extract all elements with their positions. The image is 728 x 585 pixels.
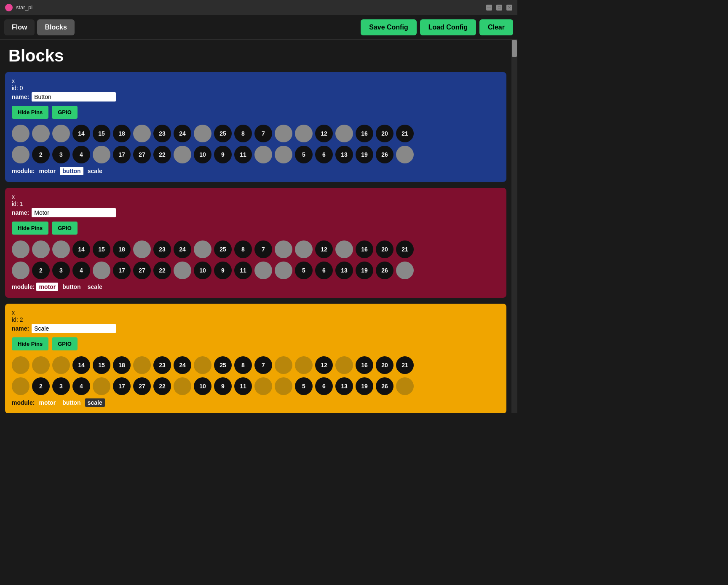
gpio-button-2[interactable]: GPIO — [52, 337, 78, 350]
maximize-button[interactable]: □ — [496, 5, 502, 11]
gpio-button-0[interactable]: GPIO — [52, 106, 78, 119]
pin[interactable] — [335, 125, 353, 142]
pin[interactable]: 20 — [376, 240, 393, 258]
pin[interactable]: 23 — [153, 240, 171, 258]
pin[interactable]: 3 — [52, 377, 70, 395]
pin[interactable]: 14 — [72, 356, 90, 374]
pin[interactable]: 26 — [376, 262, 393, 279]
pin[interactable]: 27 — [133, 262, 151, 279]
pin[interactable]: 4 — [72, 146, 90, 163]
pin[interactable]: 13 — [335, 146, 353, 163]
pin[interactable]: 27 — [133, 146, 151, 163]
pin[interactable] — [93, 377, 110, 395]
pin[interactable] — [133, 125, 151, 142]
module-tag-1[interactable]: button — [60, 283, 83, 291]
pin[interactable]: 10 — [194, 262, 211, 279]
pin[interactable]: 7 — [254, 356, 272, 374]
pin[interactable]: 25 — [214, 240, 232, 258]
pin[interactable] — [12, 125, 29, 142]
pin[interactable]: 20 — [376, 356, 393, 374]
module-tag-0[interactable]: motor — [36, 283, 58, 291]
pin[interactable]: 24 — [174, 356, 191, 374]
block-name-input-2[interactable] — [32, 324, 116, 333]
pin[interactable]: 2 — [32, 377, 50, 395]
pin[interactable]: 23 — [153, 125, 171, 142]
pin[interactable]: 20 — [376, 125, 393, 142]
pin[interactable] — [275, 356, 292, 374]
pin[interactable]: 16 — [356, 356, 373, 374]
pin[interactable] — [254, 262, 272, 279]
pin[interactable]: 3 — [52, 146, 70, 163]
pin[interactable]: 10 — [194, 377, 211, 395]
pin[interactable]: 12 — [315, 125, 333, 142]
pin[interactable]: 6 — [315, 146, 333, 163]
pin[interactable]: 14 — [72, 240, 90, 258]
pin[interactable]: 26 — [376, 146, 393, 163]
module-tag-1[interactable]: button — [60, 398, 83, 407]
pin[interactable] — [12, 377, 29, 395]
pin[interactable] — [52, 125, 70, 142]
pin[interactable] — [93, 262, 110, 279]
pin[interactable] — [275, 146, 292, 163]
pin[interactable]: 21 — [396, 125, 414, 142]
pin[interactable]: 19 — [356, 377, 373, 395]
pin[interactable]: 15 — [93, 356, 110, 374]
pin[interactable]: 2 — [32, 262, 50, 279]
pin[interactable]: 8 — [234, 356, 252, 374]
scrollbar[interactable] — [511, 40, 517, 413]
pin[interactable] — [275, 377, 292, 395]
pin[interactable] — [275, 125, 292, 142]
pin[interactable]: 10 — [194, 146, 211, 163]
block-close-2[interactable]: x — [12, 310, 500, 315]
module-tag-1[interactable]: button — [60, 167, 83, 175]
block-name-input-0[interactable] — [32, 92, 116, 102]
pin[interactable]: 11 — [234, 262, 252, 279]
pin[interactable] — [133, 356, 151, 374]
blocks-tab[interactable]: Blocks — [37, 19, 74, 35]
pin[interactable] — [32, 240, 50, 258]
pin[interactable] — [12, 262, 29, 279]
pin[interactable]: 17 — [113, 262, 131, 279]
pin[interactable] — [12, 146, 29, 163]
pin[interactable]: 21 — [396, 240, 414, 258]
pin[interactable]: 25 — [214, 356, 232, 374]
pin[interactable] — [32, 356, 50, 374]
pin[interactable]: 11 — [234, 146, 252, 163]
pin[interactable]: 18 — [113, 240, 131, 258]
pin[interactable] — [254, 146, 272, 163]
pin[interactable] — [12, 356, 29, 374]
module-tag-0[interactable]: motor — [36, 398, 58, 407]
block-close-1[interactable]: x — [12, 194, 500, 200]
pin[interactable] — [396, 377, 414, 395]
hide-pins-button-0[interactable]: Hide Pins — [12, 106, 48, 119]
pin[interactable] — [194, 240, 211, 258]
pin[interactable]: 3 — [52, 262, 70, 279]
pin[interactable]: 16 — [356, 125, 373, 142]
pin[interactable] — [12, 240, 29, 258]
pin[interactable]: 18 — [113, 356, 131, 374]
pin[interactable]: 24 — [174, 240, 191, 258]
close-button[interactable]: ✕ — [506, 5, 512, 11]
pin[interactable] — [194, 356, 211, 374]
pin[interactable]: 23 — [153, 356, 171, 374]
pin[interactable]: 12 — [315, 240, 333, 258]
pin[interactable] — [396, 146, 414, 163]
pin[interactable] — [254, 377, 272, 395]
save-config-button[interactable]: Save Config — [361, 19, 416, 35]
pin[interactable]: 5 — [295, 377, 313, 395]
pin[interactable]: 16 — [356, 240, 373, 258]
minimize-button[interactable]: — — [486, 5, 492, 11]
module-tag-0[interactable]: motor — [36, 167, 58, 175]
pin[interactable]: 8 — [234, 125, 252, 142]
pin[interactable]: 9 — [214, 146, 232, 163]
pin[interactable]: 18 — [113, 125, 131, 142]
pin[interactable]: 6 — [315, 377, 333, 395]
pin[interactable] — [335, 356, 353, 374]
pin[interactable] — [174, 377, 191, 395]
pin[interactable]: 19 — [356, 262, 373, 279]
pin[interactable]: 5 — [295, 262, 313, 279]
pin[interactable]: 2 — [32, 146, 50, 163]
hide-pins-button-1[interactable]: Hide Pins — [12, 222, 48, 235]
pin[interactable]: 17 — [113, 377, 131, 395]
pin[interactable]: 15 — [93, 125, 110, 142]
